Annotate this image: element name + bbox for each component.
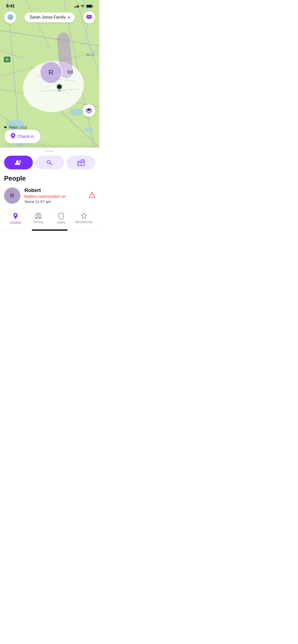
tab-people[interactable] <box>4 156 33 169</box>
road-sign-sh: SH-13 <box>86 53 94 56</box>
header: ⚙️ Sarah Jonas Family ▾ <box>0 11 99 23</box>
map-user-avatar[interactable]: R <box>39 61 62 84</box>
svg-rect-46 <box>37 216 39 217</box>
bottom-sheet: People R Robert Battery optimization on … <box>0 148 99 231</box>
svg-rect-35 <box>78 164 79 165</box>
svg-point-17 <box>85 127 94 133</box>
safety-nav-icon <box>58 213 64 220</box>
nav-membership-label: Membership <box>75 220 92 224</box>
svg-point-41 <box>92 196 92 197</box>
nav-driving-label: Driving <box>34 220 43 224</box>
nav-safety-label: Safety <box>57 221 65 224</box>
apple-logo-icon <box>4 126 7 129</box>
nav-location-label: Location <box>10 221 21 224</box>
svg-point-26 <box>89 17 89 17</box>
svg-rect-1 <box>87 5 92 7</box>
svg-line-3 <box>0 31 99 46</box>
tab-buildings[interactable] <box>66 156 95 169</box>
svg-point-29 <box>19 160 21 162</box>
svg-rect-36 <box>82 161 83 162</box>
svg-rect-33 <box>78 162 79 163</box>
family-selector[interactable]: Sarah Jonas Family ▾ <box>24 12 75 22</box>
wifi-icon <box>80 5 85 8</box>
person-row[interactable]: R Robert Battery optimization on Since 1… <box>4 187 95 209</box>
nav-membership[interactable]: Membership <box>73 212 96 225</box>
svg-rect-38 <box>82 162 83 163</box>
svg-rect-37 <box>83 161 84 162</box>
map-view[interactable]: 41 SH-13 R lol Maps Legal <box>0 0 99 148</box>
person-name: Robert <box>24 187 85 193</box>
battery-status: Battery optimization on <box>24 194 85 199</box>
home-indicator <box>32 229 67 231</box>
svg-rect-39 <box>83 162 84 163</box>
map-location-pin <box>57 84 62 92</box>
svg-point-25 <box>88 17 88 17</box>
location-nav-icon <box>12 213 19 220</box>
checkin-label: Check in <box>17 134 34 139</box>
key-icon <box>47 159 53 166</box>
tab-keys[interactable] <box>35 156 64 169</box>
map-attribution: Maps Legal <box>4 125 27 129</box>
checkin-pin-icon <box>11 133 15 140</box>
nav-safety[interactable]: Safety <box>50 212 73 225</box>
message-bubble-icon <box>86 15 92 20</box>
svg-rect-31 <box>78 161 81 166</box>
layers-icon <box>86 108 92 113</box>
membership-nav-icon <box>80 213 87 219</box>
status-bar: 9:41 <box>0 0 99 11</box>
status-time: 9:41 <box>6 4 15 9</box>
svg-point-16 <box>70 108 83 116</box>
tab-row <box>4 156 95 169</box>
warning-icon <box>89 192 95 199</box>
person-since: Since 11:57 am <box>24 199 85 204</box>
road-sign-41: 41 <box>3 56 11 63</box>
driving-nav-icon <box>35 213 42 219</box>
person-avatar: R <box>4 187 20 204</box>
messages-button[interactable] <box>83 11 95 23</box>
sheet-handle <box>45 151 55 152</box>
status-icons <box>74 5 93 8</box>
chevron-down-icon: ▾ <box>68 15 70 20</box>
legal-link[interactable]: Legal <box>20 125 27 129</box>
battery-icon <box>86 5 93 8</box>
layers-button[interactable] <box>83 104 95 117</box>
nav-location[interactable]: Location <box>4 212 27 225</box>
svg-point-42 <box>15 214 16 216</box>
checkin-button[interactable]: Check in <box>4 129 41 143</box>
bottom-nav: Location Driving Safety Membership <box>4 209 95 227</box>
family-name: Sarah Jonas Family <box>30 15 65 20</box>
apple-maps-logo: Maps <box>4 125 18 129</box>
settings-button[interactable]: ⚙️ <box>4 11 16 23</box>
svg-rect-34 <box>80 162 80 163</box>
svg-line-8 <box>0 89 99 107</box>
map-city-label: lol <box>67 69 73 75</box>
section-title: People <box>4 174 95 182</box>
signal-bars-icon <box>74 5 79 8</box>
gear-icon: ⚙️ <box>7 14 14 21</box>
people-icon <box>15 160 22 165</box>
svg-point-27 <box>90 17 90 17</box>
buildings-icon <box>77 159 85 166</box>
person-info: Robert Battery optimization on Since 11:… <box>24 187 85 204</box>
nav-driving[interactable]: Driving <box>27 212 50 225</box>
